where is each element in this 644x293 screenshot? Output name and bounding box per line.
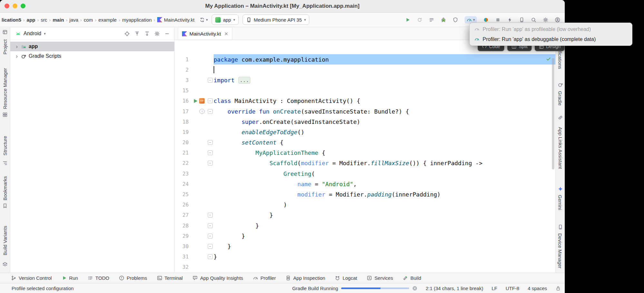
run-list-icon[interactable]: [429, 17, 434, 23]
tool-window-todo[interactable]: TODO: [88, 275, 109, 281]
close-tab-icon[interactable]: ✕: [224, 31, 228, 37]
avatar-icon[interactable]: [555, 17, 560, 23]
code-text[interactable]: enableEdgeToEdge(): [214, 127, 555, 137]
apply-changes-icon[interactable]: [507, 17, 513, 23]
fold-toggle-icon[interactable]: −: [208, 234, 213, 238]
breadcrumb-item-com[interactable]: com: [83, 16, 94, 23]
breadcrumb-item-example[interactable]: example: [97, 16, 118, 23]
breadcrumb-item-java[interactable]: java: [69, 16, 80, 23]
gradle-icon: [21, 54, 26, 59]
editor-scrollbar[interactable]: [552, 58, 554, 169]
chevron-right-icon[interactable]: ›: [15, 43, 19, 50]
fold-toggle-icon[interactable]: −: [208, 254, 213, 259]
code-text[interactable]: ): [214, 200, 555, 210]
code-text[interactable]: }: [214, 210, 555, 220]
fold-toggle-icon[interactable]: −: [208, 140, 213, 145]
breadcrumb-item-mainactivity-kt[interactable]: MainActivity.kt: [156, 16, 196, 23]
vcs-widget[interactable]: ▾: [199, 17, 208, 23]
code-text[interactable]: Greeting(: [214, 168, 555, 179]
locate-icon[interactable]: [124, 31, 130, 36]
run-configuration-selector[interactable]: app ▾: [212, 15, 239, 25]
code-text[interactable]: Scaffold(modifier = Modifier.fillMaxSize…: [214, 158, 555, 168]
tool-window-version-control[interactable]: Version Control: [11, 275, 52, 281]
tab-mainactivity[interactable]: MainActivity.kt ✕: [178, 28, 232, 40]
encoding-indicator[interactable]: UTF-8: [505, 286, 519, 291]
code-editor[interactable]: 1package com.example.myapplication23−imp…: [175, 40, 555, 273]
debug-icon[interactable]: [441, 17, 446, 23]
tool-window-logcat[interactable]: Logcat: [335, 275, 357, 281]
breadcrumb-item-myapplication[interactable]: myapplication: [121, 16, 153, 23]
code-text[interactable]: }: [214, 252, 555, 262]
lock-icon[interactable]: [555, 286, 561, 291]
fold-toggle-icon[interactable]: −: [208, 244, 213, 249]
code-text[interactable]: [214, 262, 555, 272]
chevron-right-icon[interactable]: ›: [15, 53, 19, 60]
profiler-popup-item[interactable]: Profiler: Run 'app' as profileable (low …: [470, 24, 632, 34]
tree-item-app[interactable]: ›app: [10, 42, 174, 51]
code-line: 25 modifier = Modifier.padding(innerPadd…: [175, 189, 555, 199]
tool-window-problems[interactable]: Problems: [119, 275, 147, 281]
phone-icon: [246, 17, 252, 23]
breadcrumb-separator: ›: [37, 17, 39, 23]
fold-toggle-icon[interactable]: −: [208, 150, 213, 155]
hide-panel-icon[interactable]: [164, 31, 170, 36]
tool-window-terminal[interactable]: Terminal: [157, 275, 183, 281]
tree-item-gradle-scripts[interactable]: ›Gradle Scripts: [10, 51, 174, 61]
inspections-ok-icon[interactable]: [546, 56, 551, 63]
code-text[interactable]: name = "Android",: [214, 179, 555, 189]
rerun-icon[interactable]: [417, 17, 422, 23]
code-text[interactable]: }: [214, 231, 555, 241]
settings-icon[interactable]: [543, 17, 548, 23]
code-text[interactable]: [214, 86, 555, 96]
project-view-selector[interactable]: Android: [24, 31, 41, 36]
fold-toggle-icon[interactable]: −: [208, 98, 213, 103]
breadcrumb-item-app[interactable]: app: [26, 16, 36, 23]
device-selector[interactable]: Medium Phone API 35 ▾: [243, 15, 310, 25]
code-text[interactable]: super.onCreate(savedInstanceState): [214, 116, 555, 127]
tool-window-build[interactable]: Build: [403, 275, 421, 281]
collapse-all-icon[interactable]: [134, 31, 140, 36]
project-panel-header: Android ▾: [10, 27, 174, 40]
stop-icon[interactable]: [495, 17, 501, 23]
run-button[interactable]: [404, 16, 411, 23]
tool-window-app-quality-insights[interactable]: App Quality Insights: [192, 275, 243, 281]
code-text[interactable]: package com.example.myapplication: [214, 54, 555, 65]
fold-toggle-icon[interactable]: −: [208, 161, 213, 166]
settings-icon[interactable]: [154, 31, 160, 36]
code-text[interactable]: }: [214, 241, 555, 251]
tool-window-services[interactable]: Services: [367, 275, 393, 281]
code-text[interactable]: import ...: [214, 75, 555, 85]
app-quality-icon[interactable]: [483, 17, 489, 23]
tool-window-profiler[interactable]: Profiler: [253, 275, 276, 281]
tool-window-app-inspection[interactable]: App Inspection: [285, 275, 325, 281]
expand-all-icon[interactable]: [144, 31, 150, 36]
fold-toggle-icon[interactable]: −: [208, 109, 213, 114]
code-text[interactable]: }: [214, 220, 555, 231]
tool-window-run[interactable]: Run: [62, 275, 78, 281]
breadcrumb-item-src[interactable]: src: [40, 16, 48, 23]
device-manager-icon[interactable]: [519, 17, 524, 23]
fold-toggle-icon[interactable]: −: [208, 78, 213, 83]
compose-gutter-icon[interactable]: <>: [199, 98, 205, 104]
cancel-build-icon[interactable]: [412, 286, 418, 291]
code-text[interactable]: [214, 65, 555, 75]
breadcrumb-item-lication5[interactable]: lication5: [1, 16, 22, 23]
code-text[interactable]: modifier = Modifier.padding(innerPadding…: [214, 189, 555, 199]
fold-toggle-icon[interactable]: −: [208, 213, 213, 217]
indent-indicator[interactable]: 4 spaces: [528, 286, 547, 291]
code-text[interactable]: class MainActivity : ComponentActivity()…: [214, 96, 555, 106]
run-gutter-icon[interactable]: [194, 99, 197, 103]
line-number: 29: [175, 233, 191, 239]
fold-toggle-icon[interactable]: −: [208, 223, 213, 228]
override-gutter-icon[interactable]: ↑: [199, 109, 205, 114]
breadcrumb-item-main[interactable]: main: [52, 16, 65, 23]
line-ending-indicator[interactable]: LF: [492, 286, 497, 291]
chevron-down-icon: ▾: [473, 18, 475, 22]
search-icon[interactable]: [531, 17, 536, 23]
coverage-icon[interactable]: [453, 17, 458, 23]
profiler-popup-item[interactable]: Profiler: Run 'app' as debuggable (compl…: [470, 34, 632, 44]
code-text[interactable]: MyApplicationTheme {: [214, 148, 555, 158]
caret-position[interactable]: 2:1 (34 chars, 1 line break): [426, 286, 483, 291]
code-text[interactable]: setContent {: [214, 137, 555, 148]
code-text[interactable]: override fun onCreate(savedInstanceState…: [214, 106, 555, 116]
